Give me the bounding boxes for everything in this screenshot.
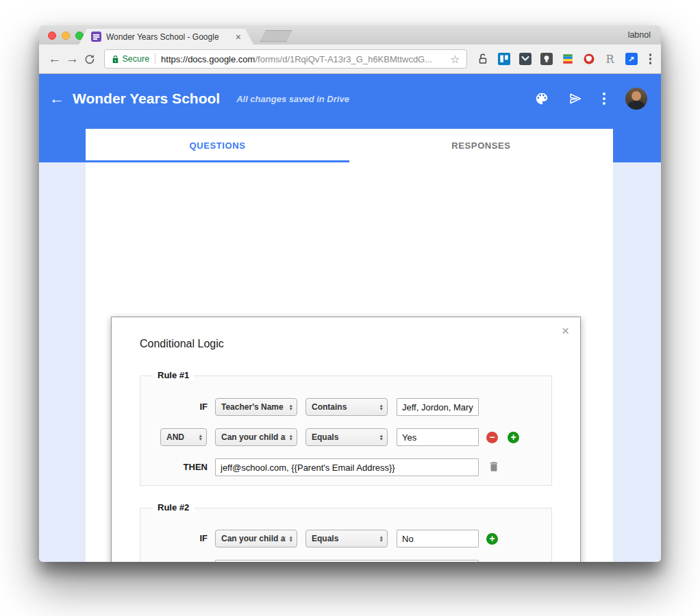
pocket-icon[interactable]: [518, 52, 532, 66]
palette-icon[interactable]: [534, 91, 549, 106]
dialog-close-icon[interactable]: ×: [562, 324, 569, 337]
rule1-cond1-operator-select[interactable]: Contains ▲▼: [305, 398, 388, 416]
select-arrows-icon: ▲▼: [289, 535, 293, 543]
rule1-cond2-operator-select[interactable]: Equals ▲▼: [305, 428, 388, 446]
reload-icon[interactable]: [84, 53, 95, 65]
delete-rule-icon[interactable]: [488, 561, 500, 562]
rule-2-legend: Rule #2: [153, 502, 194, 513]
select-arrows-icon: ▲▼: [289, 404, 293, 411]
screenshot-canvas: Wonder Years School - Google × labnol ← …: [0, 0, 700, 616]
conditional-logic-dialog: × Conditional Logic Rule #1 IF Teacher's…: [111, 317, 581, 562]
form-header-row: ← Wonder Years School All changes saved …: [39, 84, 661, 114]
rule1-cond1-value-input[interactable]: [397, 398, 479, 416]
more-options-icon[interactable]: [601, 91, 607, 106]
select-arrows-icon: ▲▼: [379, 434, 384, 441]
readability-icon[interactable]: R: [603, 52, 617, 66]
rule1-cond2-field-select[interactable]: Can your child atte ▲▼: [215, 428, 297, 446]
back-arrow-icon[interactable]: ←: [49, 90, 70, 108]
rule2-cond1-operator-select[interactable]: Equals ▲▼: [305, 530, 388, 547]
new-tab-button[interactable]: [260, 30, 292, 42]
form-page: Short-answer text × Conditional Logic Ru…: [39, 162, 661, 562]
chrome-menu-icon[interactable]: [647, 52, 655, 66]
select-arrows-icon: ▲▼: [199, 434, 203, 441]
secure-label: Secure: [123, 54, 150, 64]
share-icon[interactable]: ↗: [625, 52, 638, 66]
rule1-then-input[interactable]: [215, 458, 479, 476]
minimize-window-button[interactable]: [62, 32, 70, 40]
google-forms-favicon: [91, 32, 101, 42]
add-condition-icon[interactable]: +: [508, 432, 519, 443]
tab-title: Wonder Years School - Google: [106, 32, 228, 42]
rule2-then-input[interactable]: [215, 560, 479, 562]
tab-questions[interactable]: QUESTIONS: [86, 129, 349, 162]
unlock-icon[interactable]: [476, 52, 490, 66]
rule2-then-label: THEN: [160, 560, 208, 562]
form-header: ← Wonder Years School All changes saved …: [39, 74, 661, 162]
close-window-button[interactable]: [48, 32, 56, 40]
avatar[interactable]: [625, 88, 647, 110]
add-condition-icon[interactable]: +: [486, 533, 498, 545]
back-icon[interactable]: ←: [46, 51, 64, 66]
lightbulb-icon[interactable]: [540, 52, 553, 66]
rule1-if-label: IF: [160, 398, 208, 416]
browser-window: Wonder Years School - Google × labnol ← …: [39, 25, 661, 562]
form-title[interactable]: Wonder Years School: [73, 90, 220, 107]
tab-close-icon[interactable]: ×: [236, 32, 241, 42]
trello-icon[interactable]: [497, 52, 511, 66]
extension-row: R ↗: [476, 52, 638, 66]
tab-responses[interactable]: RESPONSES: [349, 129, 613, 162]
saved-status: All changes saved in Drive: [236, 94, 349, 104]
dialog-title: Conditional Logic: [140, 338, 224, 350]
browser-tabstrip: Wonder Years School - Google × labnol: [39, 25, 661, 45]
bookmark-star-icon[interactable]: ☆: [450, 53, 460, 66]
browser-toolbar: ← → Secure https://docs.google.com/forms…: [39, 45, 661, 74]
rule2-cond1-field-select[interactable]: Can your child atte ▲▼: [215, 530, 297, 547]
secure-lock-icon: [111, 55, 120, 64]
url-bar[interactable]: Secure https://docs.google.com/forms/d/1…: [104, 49, 467, 69]
browser-profile-name[interactable]: labnol: [628, 30, 651, 40]
rule-1-legend: Rule #1: [153, 370, 194, 380]
select-arrows-icon: ▲▼: [379, 535, 384, 543]
rule1-cond2-value-input[interactable]: [397, 428, 479, 446]
window-controls: [48, 32, 84, 40]
select-arrows-icon: ▲▼: [289, 434, 293, 441]
forward-icon[interactable]: →: [64, 51, 82, 66]
url-divider: [155, 53, 155, 64]
rule1-cond1-field-select[interactable]: Teacher's Name ▲▼: [215, 398, 297, 416]
form-header-icons: [534, 88, 647, 110]
url-path: /forms/d/1RqiQvT-A13r3_G_h6KBMttwcdG...: [255, 54, 432, 64]
rule1-then-label: THEN: [160, 458, 208, 476]
browser-tab[interactable]: Wonder Years School - Google ×: [79, 29, 253, 45]
send-icon[interactable]: [568, 91, 583, 106]
form-tab-bar: QUESTIONS RESPONSES: [86, 129, 613, 162]
rule2-cond1-value-input[interactable]: [397, 530, 479, 547]
delete-rule-icon[interactable]: [488, 460, 500, 473]
color-stack-icon[interactable]: [561, 52, 575, 66]
red-lion-icon[interactable]: [582, 52, 596, 66]
url-domain: https://docs.google.com: [161, 54, 255, 64]
select-arrows-icon: ▲▼: [379, 404, 384, 411]
remove-condition-icon[interactable]: −: [486, 432, 498, 443]
rule2-if-label: IF: [160, 530, 208, 547]
rule1-cond2-join-select[interactable]: AND ▲▼: [160, 428, 207, 446]
url-text[interactable]: https://docs.google.com/forms/d/1RqiQvT-…: [161, 54, 446, 64]
